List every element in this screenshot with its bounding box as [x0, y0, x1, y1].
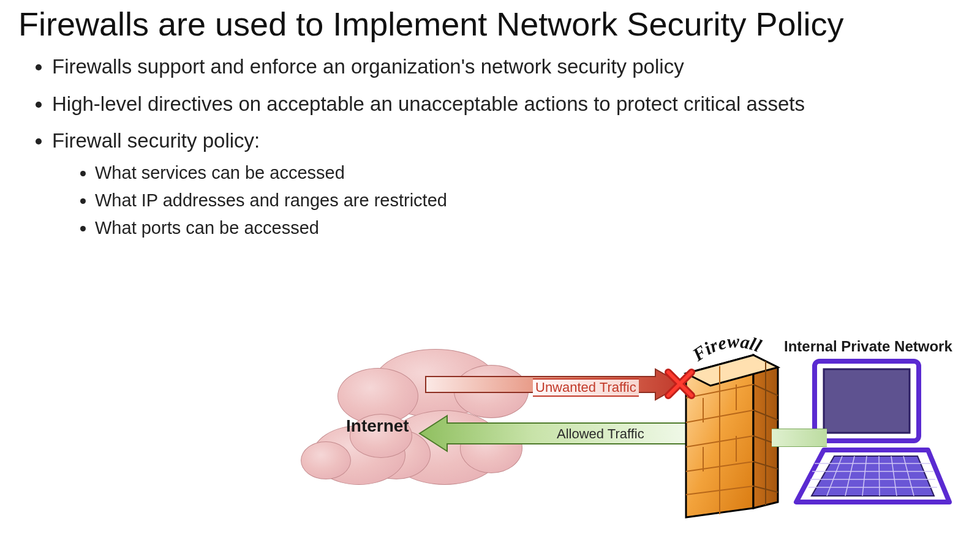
unwanted-traffic-label: Unwanted Traffic [533, 378, 639, 397]
firewall-icon: Firewall [674, 337, 784, 520]
firewall-diagram: Internet [306, 331, 956, 533]
bullet-item: Firewalls support and enforce an organiz… [52, 53, 962, 81]
svg-rect-23 [824, 369, 910, 433]
allowed-traffic-label: Allowed Traffic [554, 426, 647, 442]
sub-bullet-item: What IP addresses and ranges are restric… [95, 189, 962, 212]
internet-label: Internet [346, 416, 409, 436]
bullet-item: High-level directives on acceptable an u… [52, 91, 962, 118]
sub-bullet-item: What ports can be accessed [95, 216, 962, 240]
blocked-x-icon [665, 369, 695, 399]
svg-line-33 [879, 456, 880, 496]
sub-bullet-list: What services can be accessed What IP ad… [95, 161, 962, 240]
bullet-item: Firewall security policy: What services … [52, 127, 962, 240]
bullet-text: Firewall security policy: [52, 129, 260, 152]
slide-title: Firewalls are used to Implement Network … [18, 6, 962, 42]
internal-network-label: Internal Private Network [784, 338, 952, 355]
sub-bullet-item: What services can be accessed [95, 161, 962, 185]
slide: Firewalls are used to Implement Network … [0, 0, 980, 551]
bullet-list: Firewalls support and enforce an organiz… [52, 53, 962, 240]
laptop-firewall-connector-icon [772, 429, 827, 447]
